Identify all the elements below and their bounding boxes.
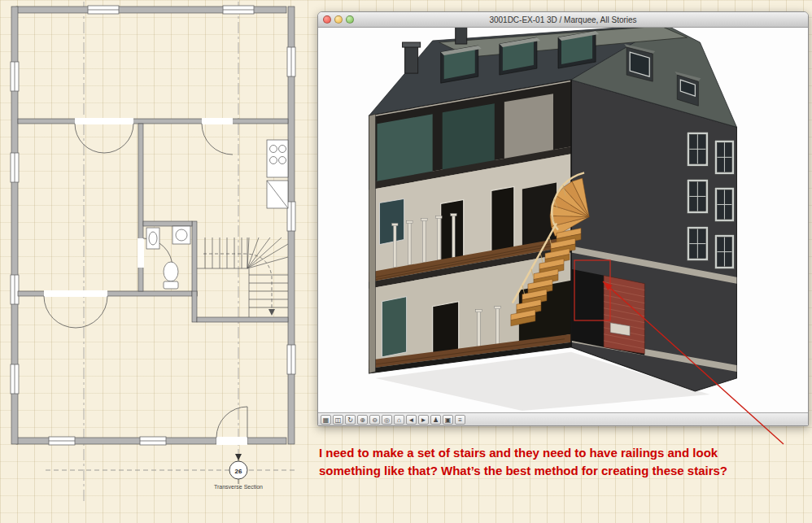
window-titlebar[interactable]: 3001DC-EX-01 3D / Marquee, All Stories [318,12,808,28]
facade [571,80,736,391]
zoom-button[interactable] [346,15,354,24]
view-settings-icon[interactable]: ≡ [455,415,465,425]
window-title: 3001DC-EX-01 3D / Marquee, All Stories [489,15,636,24]
section-label: Transverse Section [214,484,263,490]
section-number: 26 [235,468,242,475]
floor-plan: 26 Transverse Section [0,0,319,523]
kitchen-fixtures [267,140,288,208]
cut-interior [369,80,571,373]
view-toolbar: ▦ ◫ ↻ ⊕ ⊖ ◎ ⌂ ◄ ► ♟ ▣ ≡ [318,412,808,425]
traffic-lights [323,15,354,24]
app-window: 3001DC-EX-01 3D / Marquee, All Stories [317,11,809,426]
home-view-icon[interactable]: ⌂ [394,415,404,425]
3d-model-view[interactable] [318,28,808,412]
axonometry-icon[interactable]: ▦ [321,415,331,425]
door-arcs [44,124,247,438]
close-button[interactable] [323,15,331,24]
zoom-in-icon[interactable]: ⊕ [357,415,368,425]
fit-in-window-icon[interactable]: ◎ [382,415,392,425]
minimize-button[interactable] [334,15,343,24]
annotation-line-2: something like that? What’s the best met… [319,462,807,480]
chimney [405,46,418,73]
marquee-icon[interactable]: ◫ [333,415,343,425]
3d-viewport[interactable] [318,28,808,412]
orbit-icon[interactable]: ↻ [345,415,356,425]
annotation-text: I need to make a set of stairs and they … [319,444,807,480]
camera-icon[interactable]: ▣ [443,415,453,425]
brick-wall [604,276,644,354]
washer [172,226,190,244]
chimney [456,28,467,44]
drafting-canvas: 26 Transverse Section 3001DC-EX-01 3D / … [0,0,812,523]
section-marker: 26 Transverse Section [46,454,296,490]
wall-openings [44,118,247,445]
stair-symbol [197,238,288,317]
previous-view-icon[interactable]: ◄ [406,415,417,425]
bathroom-fixtures [146,226,190,289]
centerlines [84,2,238,504]
toilet [164,262,178,281]
zoom-out-icon[interactable]: ⊖ [369,415,380,425]
annotation-line-1: I need to make a set of stairs and they … [319,444,807,462]
next-view-icon[interactable]: ► [418,415,429,425]
explore-icon[interactable]: ♟ [430,415,441,425]
